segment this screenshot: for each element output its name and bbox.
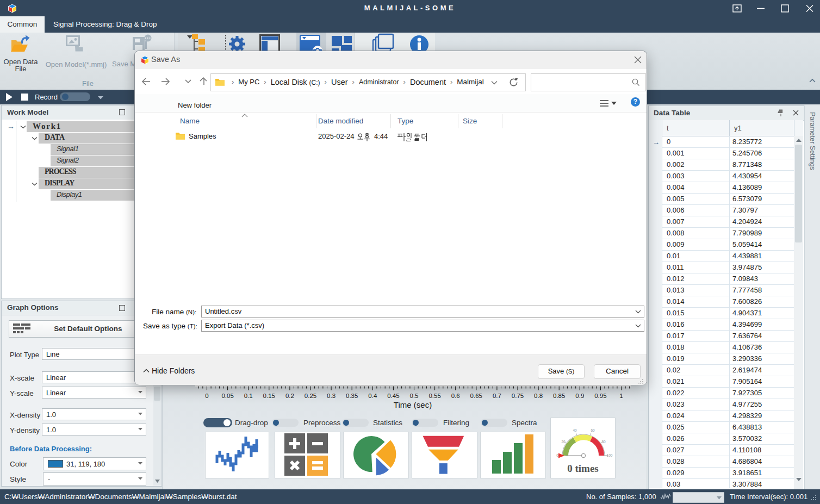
- svg-text:0.4: 0.4: [368, 393, 377, 399]
- svg-text:0.35: 0.35: [346, 393, 358, 399]
- svg-text:0.7: 0.7: [493, 393, 501, 399]
- svg-text:40: 40: [573, 428, 577, 432]
- svg-text:0.95: 0.95: [594, 393, 606, 399]
- svg-text:0.3: 0.3: [327, 393, 336, 399]
- svg-text:0.5: 0.5: [410, 393, 419, 399]
- svg-text:60: 60: [591, 428, 595, 432]
- svg-text:0.75: 0.75: [512, 393, 524, 399]
- svg-text:0.15: 0.15: [263, 393, 275, 399]
- svg-text:0: 0: [556, 453, 558, 457]
- svg-text:0.9: 0.9: [575, 393, 584, 399]
- svg-text:0 times: 0 times: [567, 463, 599, 474]
- svg-text:0.45: 0.45: [387, 393, 399, 399]
- svg-text:0.6: 0.6: [451, 393, 460, 399]
- svg-text:0.55: 0.55: [428, 393, 440, 399]
- svg-text:0.8: 0.8: [534, 393, 543, 399]
- svg-text:0: 0: [205, 393, 208, 399]
- svg-text:1: 1: [619, 393, 623, 399]
- svg-text:Time (sec): Time (sec): [394, 400, 432, 409]
- svg-text:0.2: 0.2: [285, 393, 294, 399]
- svg-text:0.65: 0.65: [470, 393, 482, 399]
- svg-text:0.85: 0.85: [553, 393, 565, 399]
- svg-text:0.1: 0.1: [244, 393, 253, 399]
- svg-text:0.25: 0.25: [305, 393, 316, 399]
- svg-text:0.05: 0.05: [221, 393, 233, 399]
- svg-text:20: 20: [561, 440, 566, 444]
